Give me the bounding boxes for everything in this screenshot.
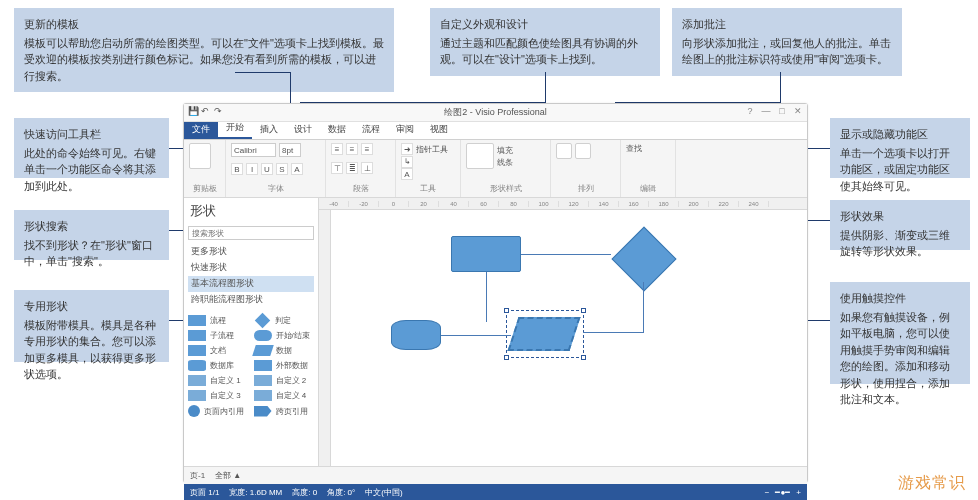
shape-icon[interactable] (252, 345, 274, 356)
canvas-area: -40-20020406080100120140160180200220240 (319, 198, 807, 466)
visio-window: 💾 ↶ ↷ 绘图2 - Visio Professional ? — □ ✕ 文… (183, 103, 808, 483)
underline-button[interactable]: U (261, 163, 273, 175)
shape-icon[interactable] (254, 390, 272, 401)
stencil-item-quick[interactable]: 快速形状 (188, 260, 314, 276)
save-icon[interactable]: 💾 (188, 106, 198, 116)
connector[interactable] (643, 282, 644, 332)
tab-view[interactable]: 视图 (422, 120, 456, 139)
connector-tool-button[interactable]: ↳ (401, 156, 413, 168)
resize-handle[interactable] (581, 355, 586, 360)
ribbon-tabs: 文件 开始 插入 设计 数据 流程 审阅 视图 (184, 122, 807, 140)
zoom-out-button[interactable]: − (765, 488, 770, 497)
stencil-item-crossfunc[interactable]: 跨职能流程图形状 (188, 292, 314, 308)
callout-title: 使用触摸控件 (840, 290, 960, 307)
shape-label: 开始/结束 (276, 330, 310, 341)
text-tool-button[interactable]: A (401, 168, 413, 180)
shape-icon[interactable] (188, 345, 206, 356)
redo-icon[interactable]: ↷ (214, 106, 224, 116)
arrange-button[interactable] (556, 143, 572, 159)
shape-icon[interactable] (188, 405, 200, 417)
titlebar: 💾 ↶ ↷ 绘图2 - Visio Professional ? — □ ✕ (184, 104, 807, 122)
group-label: 排列 (556, 183, 615, 194)
drawing-canvas[interactable] (331, 210, 807, 466)
shape-process[interactable] (451, 236, 521, 272)
fill-button[interactable]: 填充 (497, 145, 513, 156)
shape-parallelogram[interactable] (507, 317, 580, 351)
valign-bot-button[interactable]: ⊥ (361, 162, 373, 174)
minimize-icon[interactable]: — (761, 106, 771, 116)
shape-data[interactable] (391, 320, 441, 350)
shape-label: 数据库 (210, 360, 234, 371)
tab-insert[interactable]: 插入 (252, 120, 286, 139)
connector[interactable] (441, 335, 511, 336)
shape-icon[interactable] (254, 375, 272, 386)
shapes-search-input[interactable] (188, 226, 314, 240)
callout-body: 模板可以帮助您启动所需的绘图类型。可以在"文件"选项卡上找到模板。最受欢迎的模板… (24, 35, 384, 85)
pointer-line (808, 148, 830, 149)
undo-icon[interactable]: ↶ (201, 106, 211, 116)
group-label: 编辑 (626, 183, 670, 194)
callout-title: 显示或隐藏功能区 (840, 126, 960, 143)
stencil-list: 更多形状 快速形状 基本流程图形状 跨职能流程图形状 (184, 242, 318, 310)
italic-button[interactable]: I (246, 163, 258, 175)
stencil-item-more[interactable]: 更多形状 (188, 244, 314, 260)
shape-icon[interactable] (188, 315, 206, 326)
watermark: 游戏常识 (898, 473, 966, 494)
strike-button[interactable]: S (276, 163, 288, 175)
connector[interactable] (521, 254, 611, 255)
valign-top-button[interactable]: ⊤ (331, 162, 343, 174)
shapes-pane: 形状 更多形状 快速形状 基本流程图形状 跨职能流程图形状 流程判定子流程开始/… (184, 198, 319, 466)
resize-handle[interactable] (581, 308, 586, 313)
shape-icon[interactable] (254, 330, 272, 341)
status-width: 宽度: 1.6D MM (229, 487, 282, 498)
zoom-in-button[interactable]: + (796, 488, 801, 497)
tab-process[interactable]: 流程 (354, 120, 388, 139)
ribbon-group-arrange: 排列 (551, 140, 621, 197)
valign-mid-button[interactable]: ≣ (346, 162, 358, 174)
maximize-icon[interactable]: □ (777, 106, 787, 116)
tab-review[interactable]: 审阅 (388, 120, 422, 139)
pointer-line (808, 320, 830, 321)
tab-data[interactable]: 数据 (320, 120, 354, 139)
line-button[interactable]: 线条 (497, 157, 513, 168)
page-tab[interactable]: 页-1 (190, 470, 205, 481)
group-label: 剪贴板 (189, 183, 220, 194)
tab-file[interactable]: 文件 (184, 120, 218, 139)
shape-icon[interactable] (254, 406, 272, 417)
help-icon[interactable]: ? (745, 106, 755, 116)
paste-button[interactable] (189, 143, 211, 169)
shape-icon[interactable] (254, 313, 270, 329)
connector[interactable] (486, 272, 487, 322)
ribbon: 剪贴板 Calibri 8pt B I U S A 字体 ≡ ≡ ≡ ⊤ (184, 140, 807, 198)
align-center-button[interactable]: ≡ (346, 143, 358, 155)
find-button[interactable]: 查找 (626, 143, 642, 154)
shape-icon[interactable] (188, 375, 206, 386)
zoom-slider[interactable]: ━●━ (775, 488, 790, 497)
bold-button[interactable]: B (231, 163, 243, 175)
page-all[interactable]: 全部 ▲ (215, 470, 241, 481)
align-right-button[interactable]: ≡ (361, 143, 373, 155)
close-icon[interactable]: ✕ (793, 106, 803, 116)
position-button[interactable] (575, 143, 591, 159)
shape-icon[interactable] (188, 360, 206, 371)
font-select[interactable]: Calibri (231, 143, 276, 157)
resize-handle[interactable] (504, 355, 509, 360)
callout-body: 向形状添加批注，或回复他人的批注。单击绘图上的批注标识符或使用"审阅"选项卡。 (682, 35, 892, 68)
callout-effects: 形状效果 提供阴影、渐变或三维旋转等形状效果。 (830, 200, 970, 250)
stencil-item-basic[interactable]: 基本流程图形状 (188, 276, 314, 292)
align-left-button[interactable]: ≡ (331, 143, 343, 155)
quick-style-button[interactable] (466, 143, 494, 169)
resize-handle[interactable] (504, 308, 509, 313)
tab-design[interactable]: 设计 (286, 120, 320, 139)
shape-icon[interactable] (188, 390, 206, 401)
shape-decision[interactable] (611, 226, 676, 291)
font-size-select[interactable]: 8pt (279, 143, 301, 157)
shape-label: 流程 (210, 315, 226, 326)
pointer-tool-button[interactable]: ➜ (401, 143, 413, 155)
window-controls: ? — □ ✕ (745, 106, 803, 116)
pointer-line (808, 220, 830, 221)
shape-icon[interactable] (254, 360, 272, 371)
shape-icon[interactable] (188, 330, 206, 341)
font-color-button[interactable]: A (291, 163, 303, 175)
connector[interactable] (583, 332, 644, 333)
